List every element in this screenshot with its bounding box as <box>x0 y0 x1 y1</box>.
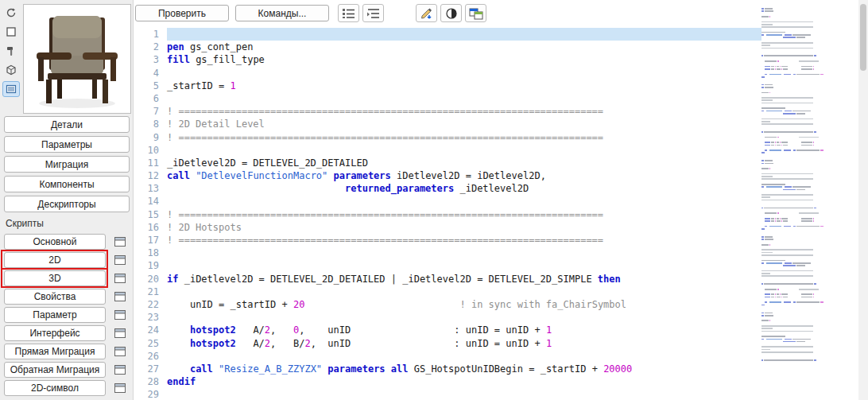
code-line[interactable]: 5_startID = 1 <box>135 80 761 92</box>
code-line[interactable]: 3fill gs_fill_type <box>135 53 761 66</box>
minimap[interactable] <box>761 5 838 364</box>
code-line[interactable]: 28endif <box>135 375 761 388</box>
rotate-view-icon[interactable] <box>2 5 20 21</box>
code-line[interactable]: 6 <box>135 92 761 105</box>
line-number: 2 <box>135 41 167 53</box>
preview-mode-strip <box>2 5 21 97</box>
check-script-button[interactable]: Проверить <box>135 5 229 21</box>
code-line[interactable]: 21 <box>135 285 761 298</box>
open-window-icon[interactable] <box>112 289 128 304</box>
code-line[interactable]: 23 <box>135 311 761 324</box>
line-number: 16 <box>135 221 167 234</box>
axon-view-icon[interactable] <box>2 62 20 78</box>
script-row-1: Основной <box>4 234 131 250</box>
sidebar-button-4[interactable]: Компоненты <box>4 176 130 192</box>
line-number: 4 <box>135 67 167 80</box>
script-button-item-8[interactable]: Обратная Миграция <box>4 362 106 378</box>
code-line[interactable]: 7! =====================================… <box>135 105 761 118</box>
tool-view-icon[interactable] <box>2 43 20 59</box>
code-line[interactable]: 8! 2D Detail Level <box>135 118 761 130</box>
line-number: 11 <box>135 157 167 169</box>
script-list: Основной2D3DСвойстваПараметрИнтерфейсПря… <box>4 234 131 396</box>
script-button-item-6[interactable]: Интерфейс <box>4 325 106 341</box>
code-line[interactable]: 12call "DetlevelFunctionMacro" parameter… <box>135 169 761 182</box>
commands-button[interactable]: Команды... <box>235 5 329 21</box>
code-line[interactable]: 18 <box>135 247 761 259</box>
line-number: 9 <box>135 131 167 144</box>
sidebar-button-1[interactable]: Детали <box>4 116 130 133</box>
open-window-icon[interactable] <box>112 381 128 395</box>
sidebar-nav: ДеталиПараметрыМиграцияКомпонентыДескрип… <box>4 116 130 212</box>
sidebar-button-2[interactable]: Параметры <box>4 136 130 153</box>
script-button-2d[interactable]: 2D <box>4 252 106 268</box>
code-line[interactable]: 4 <box>135 67 761 80</box>
sidebar-button-3[interactable]: Миграция <box>4 156 130 173</box>
code-line[interactable]: 22 unID = _startID + 20 ! in sync with f… <box>135 298 761 311</box>
code-line[interactable]: 10 <box>135 144 761 157</box>
line-number: 24 <box>135 324 167 336</box>
code-line[interactable]: 13 returned_parameters _iDetlevel2D <box>135 182 761 195</box>
code-line[interactable]: 17! ====================================… <box>135 234 761 247</box>
contrast-icon[interactable] <box>440 4 462 22</box>
line-number: 8 <box>135 118 167 130</box>
open-window-icon[interactable] <box>112 308 128 322</box>
script-button-item-9[interactable]: 2D-символ <box>4 380 106 396</box>
open-window-icon[interactable] <box>112 235 128 249</box>
line-number: 10 <box>135 144 167 157</box>
line-number: 15 <box>135 208 167 221</box>
indented-list-icon[interactable] <box>362 4 384 22</box>
line-number: 18 <box>135 247 167 259</box>
code-line[interactable]: 2pen gs_cont_pen <box>135 41 761 53</box>
code-line[interactable]: 27 call "Resize_A_B_ZZYZX" parameters al… <box>135 363 761 375</box>
open-window-icon[interactable] <box>112 253 128 267</box>
scrollbar-thumb[interactable] <box>860 4 866 71</box>
code-line[interactable]: 25 hotspot2 A/2, B/2, unID : unID = unID… <box>135 337 761 350</box>
script-row-4: Свойства <box>4 289 131 305</box>
script-row-8: Обратная Миграция <box>4 362 131 378</box>
line-number: 23 <box>135 311 167 324</box>
code-line[interactable]: 9! =====================================… <box>135 131 761 144</box>
script-button-item-1[interactable]: Основной <box>4 234 106 250</box>
script-button-3d[interactable]: 3D <box>4 270 106 286</box>
code-line[interactable]: 19 <box>135 259 761 272</box>
toolbar: Проверить Команды... <box>135 0 868 25</box>
sidebar-button-5[interactable]: Дескрипторы <box>4 196 130 212</box>
line-number: 21 <box>135 285 167 298</box>
open-window-icon[interactable] <box>112 326 128 340</box>
script-button-item-5[interactable]: Параметр <box>4 307 106 323</box>
open-window-icon[interactable] <box>112 271 128 285</box>
open-window-icon[interactable] <box>112 344 128 359</box>
script-row-3: 3D <box>4 270 131 286</box>
plan-view-icon[interactable] <box>2 24 20 40</box>
code-line[interactable]: 24 hotspot2 A/2, 0, unID : unID = unID +… <box>135 324 761 336</box>
line-number: 1 <box>135 28 167 41</box>
code-editor[interactable]: 12pen gs_cont_pen3fill gs_fill_type45_st… <box>135 25 761 400</box>
list-view-icon[interactable] <box>2 81 20 97</box>
open-window-icon[interactable] <box>112 363 128 377</box>
code-line[interactable]: 15! ====================================… <box>135 208 761 221</box>
script-button-item-4[interactable]: Свойства <box>4 289 106 305</box>
code-line[interactable]: 11_iDetlevel2D = DETLEVEL_2D_DETAILED <box>135 157 761 169</box>
script-button-item-7[interactable]: Прямая Миграция <box>4 344 106 359</box>
line-number: 7 <box>135 105 167 118</box>
scripts-section-label: Скрипты <box>6 218 44 229</box>
line-number: 20 <box>135 273 167 285</box>
code-line[interactable]: 1 <box>135 28 761 41</box>
object-preview[interactable] <box>23 4 131 114</box>
line-number: 19 <box>135 259 167 272</box>
line-number: 22 <box>135 298 167 311</box>
code-line[interactable]: 14 <box>135 195 761 208</box>
pen-arrow-icon[interactable] <box>416 4 437 22</box>
code-line[interactable]: 26 <box>135 350 761 363</box>
script-row-6: Интерфейс <box>4 325 131 341</box>
script-row-2: 2D <box>4 252 131 268</box>
numbered-list-icon[interactable] <box>338 4 359 22</box>
vertical-scrollbar[interactable] <box>858 0 868 400</box>
window-split-icon[interactable] <box>465 4 486 22</box>
code-line[interactable]: 16! 2D Hotspots <box>135 221 761 234</box>
line-number: 6 <box>135 92 167 105</box>
code-line[interactable]: 29 <box>135 388 761 400</box>
app-window: ДеталиПараметрыМиграцияКомпонентыДескрип… <box>0 0 868 400</box>
line-number: 28 <box>135 375 167 388</box>
code-line[interactable]: 20if _iDetlevel2D = DETLEVEL_2D_DETAILED… <box>135 273 761 285</box>
